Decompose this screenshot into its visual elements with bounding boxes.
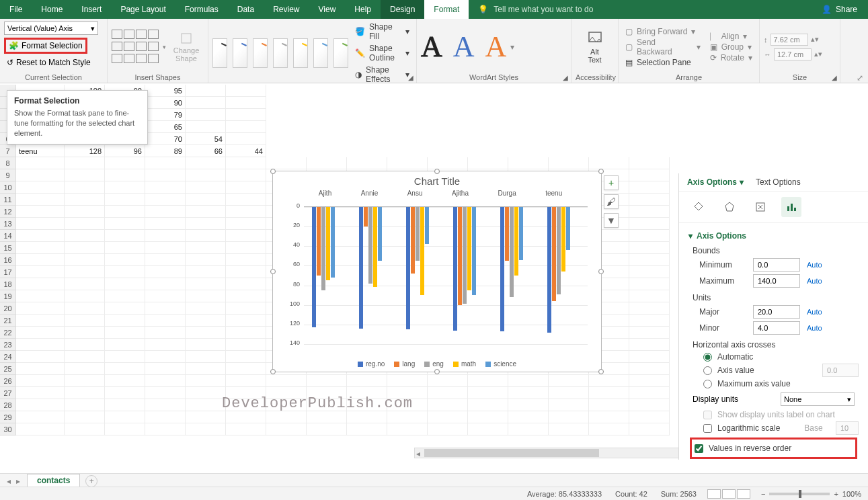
cell[interactable] <box>105 290 145 302</box>
log-scale-checkbox[interactable] <box>703 424 712 433</box>
cell[interactable] <box>186 242 226 254</box>
cell[interactable] <box>226 157 266 169</box>
cell[interactable] <box>105 315 145 327</box>
cell[interactable]: 95 <box>145 85 186 97</box>
row-header[interactable]: 12 <box>0 206 16 218</box>
legend-item[interactable]: eng <box>424 360 444 368</box>
cell[interactable] <box>16 206 65 218</box>
cell[interactable] <box>589 411 629 423</box>
cell[interactable] <box>186 423 226 435</box>
row-header[interactable]: 24 <box>0 351 16 363</box>
legend-item[interactable]: math <box>453 360 476 368</box>
cell[interactable] <box>105 242 145 254</box>
bounds-max-input[interactable] <box>753 274 800 288</box>
cell[interactable] <box>145 157 186 169</box>
cell[interactable] <box>549 387 589 399</box>
cell[interactable] <box>145 302 186 315</box>
tab-data[interactable]: Data <box>228 0 264 19</box>
cell[interactable] <box>16 363 65 375</box>
chart-plot-area[interactable] <box>304 206 588 342</box>
bar[interactable] <box>463 207 467 304</box>
cell[interactable]: 66 <box>186 145 226 157</box>
bar[interactable] <box>411 207 415 274</box>
bar[interactable] <box>519 207 523 260</box>
cell[interactable] <box>468 399 508 411</box>
cell[interactable] <box>549 399 589 411</box>
chart-elements-button[interactable]: + <box>604 175 619 190</box>
bar[interactable] <box>561 207 565 272</box>
cell[interactable] <box>629 169 670 181</box>
cell[interactable] <box>186 266 226 278</box>
bar[interactable] <box>373 207 377 287</box>
cell[interactable] <box>145 218 186 230</box>
cell[interactable] <box>105 339 145 351</box>
cell[interactable] <box>629 302 670 315</box>
cell[interactable] <box>145 375 186 387</box>
cell[interactable] <box>186 302 226 315</box>
cell[interactable] <box>629 181 670 194</box>
sheet-nav-next[interactable]: ▸ <box>16 476 20 486</box>
cell[interactable] <box>65 339 105 351</box>
legend-item[interactable]: science <box>485 360 516 368</box>
cell[interactable] <box>145 423 186 435</box>
row-header[interactable]: 16 <box>0 254 16 266</box>
cell[interactable] <box>105 399 145 411</box>
cell[interactable] <box>468 411 508 423</box>
cell[interactable] <box>589 157 629 169</box>
cell[interactable] <box>226 423 266 435</box>
cell[interactable] <box>549 375 589 387</box>
cell[interactable] <box>65 230 105 242</box>
cell[interactable] <box>428 157 468 169</box>
cell[interactable] <box>105 411 145 423</box>
cell[interactable] <box>145 290 186 302</box>
hac-axis-value-radio[interactable] <box>703 366 712 375</box>
change-shape-button[interactable]: Change Shape <box>170 32 202 62</box>
units-major-auto[interactable]: Auto <box>807 308 822 316</box>
cell[interactable] <box>186 97 226 109</box>
shape-styles-launcher[interactable]: ◢ <box>407 73 415 81</box>
pane-icon-effects[interactable] <box>719 197 740 217</box>
cell[interactable] <box>629 266 670 278</box>
cell[interactable] <box>226 169 266 181</box>
cell[interactable]: 89 <box>145 145 186 157</box>
cell[interactable] <box>105 266 145 278</box>
shape-gallery[interactable] <box>112 30 159 65</box>
cell[interactable] <box>186 387 226 399</box>
cell[interactable] <box>226 266 266 278</box>
cell[interactable]: 70 <box>145 133 186 145</box>
cell[interactable] <box>629 218 670 230</box>
bar[interactable] <box>406 207 410 329</box>
cell[interactable] <box>16 411 65 423</box>
cell[interactable] <box>105 423 145 435</box>
cell[interactable] <box>226 302 266 315</box>
cell[interactable]: 128 <box>65 145 105 157</box>
tab-view[interactable]: View <box>309 0 346 19</box>
cell[interactable]: 44 <box>226 145 266 157</box>
cell[interactable] <box>226 133 266 145</box>
bounds-min-input[interactable] <box>753 258 800 272</box>
cell[interactable] <box>16 327 65 339</box>
cell[interactable] <box>629 278 670 290</box>
cell[interactable] <box>428 387 468 399</box>
cell[interactable] <box>145 315 186 327</box>
cell[interactable] <box>347 411 387 423</box>
cell[interactable] <box>105 194 145 206</box>
cell[interactable] <box>145 266 186 278</box>
tab-insert[interactable]: Insert <box>72 0 111 19</box>
cell[interactable] <box>629 206 670 218</box>
cell[interactable] <box>186 194 226 206</box>
hac-max-radio[interactable] <box>703 380 712 388</box>
cell[interactable] <box>226 290 266 302</box>
cell[interactable] <box>629 327 670 339</box>
cell[interactable] <box>629 411 670 423</box>
row-header[interactable]: 26 <box>0 375 16 387</box>
cell[interactable] <box>549 157 589 169</box>
cell[interactable] <box>65 290 105 302</box>
row-header[interactable]: 19 <box>0 290 16 302</box>
cell[interactable] <box>589 399 629 411</box>
pane-tab-text-options[interactable]: Text Options <box>756 177 801 187</box>
cell[interactable] <box>468 423 508 435</box>
cell[interactable] <box>16 194 65 206</box>
shape-outline-button[interactable]: ✏️Shape Outline ▾ <box>352 43 412 63</box>
cell[interactable] <box>186 290 226 302</box>
